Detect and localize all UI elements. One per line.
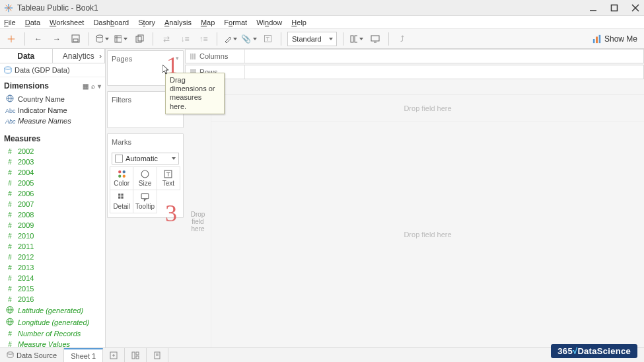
marks-text-button[interactable]: TText bbox=[157, 166, 180, 190]
tab-data[interactable]: Data bbox=[0, 49, 53, 63]
svg-rect-5 bbox=[612, 5, 618, 11]
columns-icon bbox=[190, 53, 197, 60]
measure-field[interactable]: #2016 bbox=[3, 294, 104, 305]
measure-field[interactable]: #Number of Records bbox=[3, 328, 104, 339]
measure-field[interactable]: #2008 bbox=[3, 209, 104, 220]
sheet-tab[interactable]: Sheet 1 bbox=[64, 348, 103, 362]
mark-type-selector[interactable]: Automatic bbox=[112, 153, 179, 164]
save-button[interactable] bbox=[68, 32, 83, 46]
measure-field[interactable]: #2015 bbox=[3, 283, 104, 294]
close-button[interactable] bbox=[631, 3, 640, 13]
measure-field[interactable]: #2009 bbox=[3, 220, 104, 231]
menu-file[interactable]: File bbox=[4, 18, 16, 26]
svg-rect-21 bbox=[355, 36, 357, 42]
measure-field[interactable]: Latitude (generated) bbox=[3, 305, 104, 316]
svg-point-55 bbox=[7, 351, 13, 354]
rows-shelf[interactable]: Rows bbox=[185, 65, 644, 79]
new-story-tab[interactable] bbox=[147, 348, 168, 362]
menu-window[interactable]: Window bbox=[256, 18, 282, 26]
field-type-icon: # bbox=[5, 159, 15, 166]
sort-desc-button[interactable]: ↑≡ bbox=[196, 32, 211, 46]
measure-field[interactable]: #2012 bbox=[3, 252, 104, 262]
maximize-button[interactable] bbox=[610, 3, 619, 13]
duplicate-button[interactable] bbox=[132, 32, 147, 46]
tableau-logo-icon bbox=[4, 3, 13, 13]
chevron-down-icon[interactable]: ▾ bbox=[98, 83, 101, 90]
measure-field[interactable]: #2011 bbox=[3, 241, 104, 252]
menu-dashboard[interactable]: Dashboard bbox=[93, 18, 129, 26]
cards-button[interactable] bbox=[349, 32, 364, 46]
field-label: Longitude (generated) bbox=[18, 318, 89, 326]
dimension-field[interactable]: AbcIndicator Name bbox=[3, 105, 104, 116]
marks-detail-button[interactable]: Detail bbox=[110, 190, 133, 213]
column-dropzone[interactable]: Drop field here bbox=[211, 95, 644, 122]
title-bar: Tableau Public - Book1 bbox=[0, 0, 644, 16]
presentation-button[interactable] bbox=[368, 32, 382, 46]
menu-data[interactable]: Data bbox=[25, 18, 40, 26]
measure-field[interactable]: #2002 bbox=[3, 146, 104, 157]
row-dropzone[interactable]: Drop field here bbox=[185, 95, 211, 347]
svg-point-27 bbox=[5, 67, 11, 69]
sheet-title[interactable]: Sheet 1 bbox=[185, 79, 644, 95]
measure-field[interactable]: #Measure Values bbox=[3, 339, 104, 347]
highlight-button[interactable] bbox=[223, 32, 238, 46]
menu-story[interactable]: Story bbox=[138, 18, 155, 26]
data-panel: Data Analytics Data (GDP Data) Dimension… bbox=[0, 49, 106, 347]
field-type-icon: # bbox=[5, 190, 15, 198]
totals-button[interactable]: T bbox=[260, 32, 275, 46]
measure-field[interactable]: #2006 bbox=[3, 188, 104, 199]
tab-analytics[interactable]: Analytics bbox=[53, 49, 106, 63]
menu-worksheet[interactable]: Worksheet bbox=[50, 18, 84, 26]
new-dashboard-tab[interactable] bbox=[125, 348, 147, 362]
text-icon: T bbox=[164, 170, 172, 178]
size-icon bbox=[141, 170, 149, 178]
tooltip-icon bbox=[141, 193, 149, 201]
menu-map[interactable]: Map bbox=[201, 18, 215, 26]
fit-selector[interactable]: Standard bbox=[287, 32, 337, 46]
measure-field[interactable]: #2010 bbox=[3, 231, 104, 241]
menu-format[interactable]: Format bbox=[224, 18, 247, 26]
show-me-button[interactable]: Show Me bbox=[590, 34, 640, 44]
sort-asc-button[interactable]: ↓≡ bbox=[178, 32, 192, 46]
datasource-item[interactable]: Data (GDP Data) bbox=[0, 63, 105, 77]
minimize-button[interactable] bbox=[589, 3, 598, 13]
measure-field[interactable]: #2003 bbox=[3, 157, 104, 167]
measure-field[interactable]: #2005 bbox=[3, 178, 104, 188]
field-type-icon: # bbox=[5, 254, 15, 261]
menu-bar: File Data Worksheet Dashboard Story Anal… bbox=[0, 16, 644, 29]
menu-help[interactable]: Help bbox=[291, 18, 306, 26]
group-button[interactable]: 📎 bbox=[242, 32, 256, 46]
measure-field[interactable]: Longitude (generated) bbox=[3, 316, 104, 328]
measure-field[interactable]: #2004 bbox=[3, 167, 104, 178]
svg-text:T: T bbox=[166, 170, 170, 178]
columns-shelf[interactable]: Columns bbox=[185, 49, 644, 63]
body-dropzone[interactable]: Drop field here bbox=[211, 122, 644, 347]
search-icon[interactable]: ⌕ bbox=[91, 83, 95, 90]
svg-rect-11 bbox=[73, 39, 78, 42]
marks-color-button[interactable]: Color bbox=[110, 166, 133, 190]
field-label: 2005 bbox=[18, 179, 34, 187]
new-sheet-button[interactable] bbox=[114, 32, 128, 46]
share-button[interactable]: ⤴ bbox=[395, 32, 410, 46]
svg-point-39 bbox=[118, 175, 121, 178]
automatic-mark-icon bbox=[115, 155, 123, 163]
new-datasource-button[interactable] bbox=[95, 32, 110, 46]
marks-size-button[interactable]: Size bbox=[133, 166, 157, 190]
back-button[interactable]: ← bbox=[31, 32, 46, 46]
svg-point-38 bbox=[122, 170, 125, 173]
forward-button[interactable]: → bbox=[50, 32, 64, 46]
measure-field[interactable]: #2007 bbox=[3, 199, 104, 209]
measure-field[interactable]: #2014 bbox=[3, 273, 104, 283]
marks-tooltip-button[interactable]: Tooltip bbox=[133, 190, 157, 213]
dimension-field[interactable]: Country Name bbox=[3, 93, 104, 105]
tableau-icon[interactable] bbox=[4, 32, 18, 46]
new-worksheet-tab[interactable] bbox=[103, 348, 125, 362]
dimension-field[interactable]: AbcMeasure Names bbox=[3, 116, 104, 126]
menu-analysis[interactable]: Analysis bbox=[164, 18, 192, 26]
measure-field[interactable]: #2013 bbox=[3, 262, 104, 273]
view-toggle-icon[interactable]: ▦ bbox=[83, 83, 89, 90]
field-type-icon: # bbox=[5, 330, 15, 338]
datasource-tab[interactable]: Data Source bbox=[0, 348, 64, 362]
swap-button[interactable]: ⇄ bbox=[159, 32, 174, 46]
field-type-icon: # bbox=[5, 148, 15, 155]
